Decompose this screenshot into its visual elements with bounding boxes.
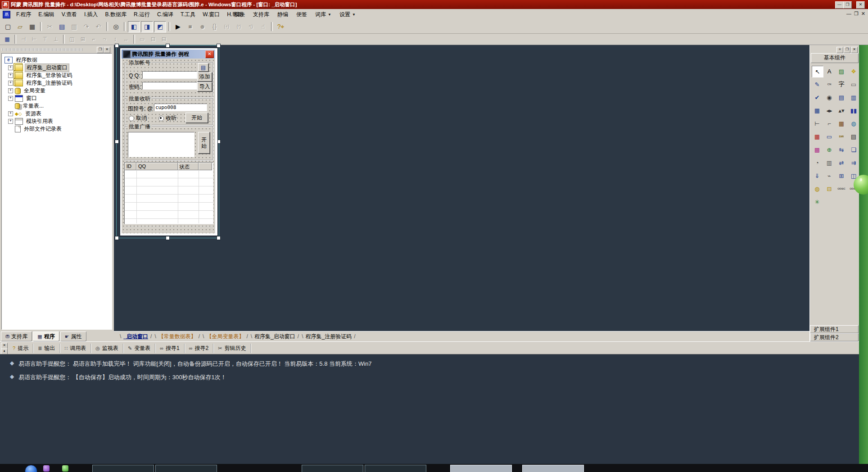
extension-components2-button[interactable]: 扩展组件2 <box>810 333 859 341</box>
form-close-button[interactable]: ✕ <box>205 50 214 58</box>
import-button[interactable]: 导入 <box>197 82 212 91</box>
layout-bottom-icon[interactable]: ◨ <box>141 21 153 32</box>
taskbar-window-button[interactable] <box>92 465 154 472</box>
tree-expand-icon[interactable]: + <box>8 111 13 116</box>
output-tab-1[interactable]: ≣输出 <box>33 344 60 353</box>
listview-column-QQ[interactable]: QQ <box>136 163 178 170</box>
panel-restore-button[interactable]: ❐ <box>97 47 104 53</box>
tree-item-6[interactable]: 常量表... <box>2 102 112 110</box>
messenger-icon[interactable] <box>43 465 50 472</box>
run-to-cursor-icon[interactable]: *{) <box>245 22 257 32</box>
align-left-icon[interactable]: ⊣ <box>18 35 28 44</box>
mdi-restore-icon[interactable]: ❐ <box>854 11 859 17</box>
palette-menu-button[interactable]: ≡ <box>836 47 843 53</box>
doc-tab-2[interactable]: 【全局变量表】 <box>205 333 245 340</box>
maximize-button[interactable]: ❐ <box>843 1 852 9</box>
app-tray-icon[interactable] <box>62 465 68 472</box>
listen-start-button[interactable]: 开始 <box>185 113 208 123</box>
same-size-icon[interactable]: ⊞ <box>78 35 88 44</box>
output-tab-4[interactable]: ✎变量表 <box>123 344 155 353</box>
layout-left-icon[interactable]: ◧ <box>128 21 140 32</box>
palette-odbc-db-icon[interactable]: ODBC <box>836 183 847 194</box>
doc-tab-0[interactable]: _启动窗口 <box>122 333 149 340</box>
tree-expand-icon[interactable]: + <box>8 65 13 70</box>
menu-extra-0[interactable]: 模块 <box>234 11 245 18</box>
menu-extra-1[interactable]: 支持库 <box>253 11 269 18</box>
find-icon[interactable]: ◎ <box>110 22 122 32</box>
palette-record-set-icon[interactable]: ⊟ <box>824 183 835 194</box>
qq-input[interactable] <box>142 71 197 79</box>
left-tab-1[interactable]: ▦程序 <box>33 331 59 341</box>
selection-handle[interactable] <box>166 44 170 48</box>
palette-restore-button[interactable]: ❐ <box>844 47 850 53</box>
palette-image-group-icon[interactable]: ❖ <box>848 66 859 77</box>
redo-icon[interactable]: ↷ <box>81 22 92 32</box>
tree-expand-icon[interactable]: + <box>8 119 13 124</box>
drag-grip[interactable] <box>2 48 83 51</box>
broadcast-textarea[interactable] <box>128 132 194 157</box>
tree-item-1[interactable]: +程序集_启动窗口 <box>2 64 112 72</box>
form-body[interactable]: 添加帐号 Q Q: ▤ 添加 导入 密码: 批量收听 围脖号: @ cupo00… <box>122 59 215 233</box>
palette-dir-box-icon[interactable]: DIR <box>836 131 847 142</box>
palette-label-icon[interactable]: A <box>824 66 835 77</box>
status-listview[interactable]: IDQQ状态 <box>124 162 213 224</box>
selection-handle[interactable] <box>115 140 119 144</box>
palette-mini-window-icon[interactable]: ❏ <box>848 144 859 155</box>
account-tool-icon[interactable]: ▤ <box>198 63 208 72</box>
menu-item-4[interactable]: B.数据库 <box>102 9 130 20</box>
left-tab-2[interactable]: ☛属性 <box>60 331 86 341</box>
menu-extra-2[interactable]: 静编 <box>277 11 288 18</box>
palette-checkbox-icon[interactable]: ✔ <box>812 92 823 103</box>
tree-item-3[interactable]: +程序集_注册验证码 <box>2 79 112 87</box>
palette-radio-icon[interactable]: ◉ <box>824 92 835 103</box>
palette-color-picker-icon[interactable]: ▩ <box>812 144 823 155</box>
layout-both-icon[interactable]: ◩ <box>154 21 166 32</box>
menu-extra-5[interactable]: 设置▼ <box>339 11 356 18</box>
doc-tab-3[interactable]: 程序集_启动窗口 <box>253 333 296 340</box>
selection-handle[interactable] <box>217 236 221 240</box>
tree-expand-icon[interactable]: + <box>8 73 13 78</box>
tree-expand-icon[interactable]: + <box>8 96 13 101</box>
same-width-icon[interactable]: ◫ <box>67 35 77 44</box>
basic-components-button[interactable]: 基本组件 <box>811 53 859 63</box>
mdi-close-icon[interactable]: ✕ <box>861 11 865 17</box>
palette-exit-direction-icon[interactable]: ⇆ <box>836 144 847 155</box>
menu-item-3[interactable]: I.插入 <box>81 9 102 20</box>
pause-icon[interactable]: ☝ <box>258 22 269 32</box>
step-in-icon[interactable]: {} <box>209 22 220 32</box>
palette-progressbar-icon[interactable]: ▮▮ <box>848 105 859 116</box>
palette-group-frame-icon[interactable]: CN <box>824 79 835 90</box>
dropdown-arrow-icon[interactable]: ▼ <box>328 13 331 17</box>
mdi-minimize-icon[interactable]: — <box>846 11 851 17</box>
dropdown-arrow-icon[interactable]: ▼ <box>352 13 356 17</box>
palette-cursor-icon[interactable]: ↖ <box>812 66 823 77</box>
tree-item-7[interactable]: +◆◇资源表 <box>2 110 112 118</box>
palette-updown-icon[interactable]: ▴▾ <box>836 105 847 116</box>
left-tab-0[interactable]: ⛃支持库 <box>1 331 32 341</box>
help-find-icon[interactable]: ?⌖ <box>275 22 286 32</box>
listview-column-状态[interactable]: 状态 <box>178 163 199 170</box>
palette-browser-icon[interactable]: ◍ <box>848 118 859 129</box>
palette-hscrollbar-icon[interactable]: ◂▸ <box>824 105 835 116</box>
tree-expand-icon[interactable]: + <box>8 81 13 86</box>
selection-handle[interactable] <box>115 236 119 240</box>
palette-checklist-box-icon[interactable]: ▦ <box>812 105 823 116</box>
output-tab-0[interactable]: ?提示 <box>8 344 33 353</box>
tree-item-9[interactable]: 外部文件记录表 <box>2 125 112 133</box>
menu-item-7[interactable]: T.工具 <box>177 9 199 20</box>
selection-handle[interactable] <box>115 44 119 48</box>
close-button[interactable]: ✕ <box>856 1 865 9</box>
palette-close-button[interactable]: ✕ <box>851 47 858 53</box>
palette-animation-icon[interactable]: ▦ <box>836 118 847 129</box>
save-icon[interactable]: ▦ <box>27 22 38 32</box>
taskbar-window-button[interactable] <box>450 465 512 472</box>
cut-icon[interactable]: ✂ <box>44 22 55 32</box>
palette-flat-edit-icon[interactable]: ▭ <box>824 131 835 142</box>
palette-tab-control-icon[interactable]: ⌐ <box>824 118 835 129</box>
palette-calendar-icon[interactable]: ▦ <box>812 131 823 142</box>
new-file-icon[interactable]: ▢ <box>2 22 14 32</box>
menu-item-5[interactable]: R.运行 <box>130 9 154 20</box>
palette-static-text-icon[interactable]: 字 <box>836 79 847 90</box>
align-bottom-icon[interactable]: ⊥ <box>51 35 61 44</box>
palette-com-port-icon[interactable]: ⌁ <box>824 170 835 181</box>
